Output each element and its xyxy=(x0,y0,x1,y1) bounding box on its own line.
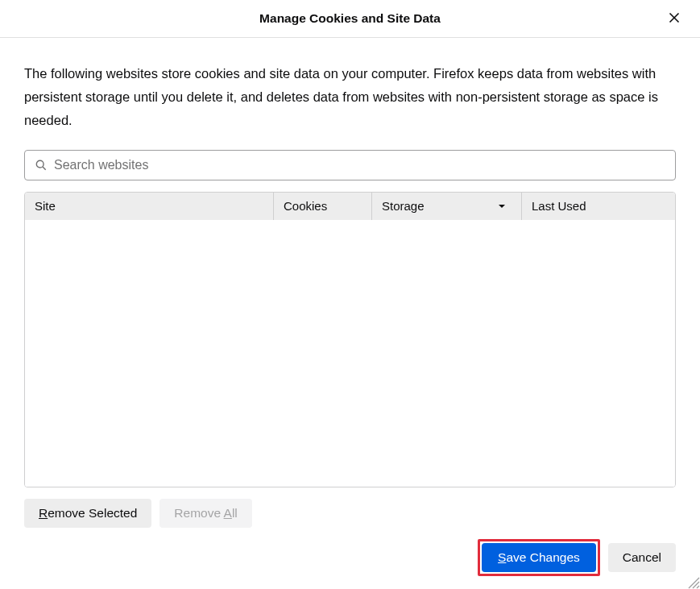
svg-point-2 xyxy=(36,160,43,168)
dialog-description: The following websites store cookies and… xyxy=(24,62,676,132)
save-changes-button[interactable]: Save Changes xyxy=(482,543,596,572)
action-button-row: Remove Selected Remove All xyxy=(24,487,676,528)
manage-cookies-dialog: Manage Cookies and Site Data The followi… xyxy=(0,0,700,589)
column-label: Site xyxy=(35,199,56,213)
column-header-storage[interactable]: Storage xyxy=(371,193,521,220)
table-body[interactable] xyxy=(25,220,675,487)
svg-line-6 xyxy=(697,586,699,588)
dialog-content: The following websites store cookies and… xyxy=(0,38,700,528)
column-header-last-used[interactable]: Last Used xyxy=(521,193,675,220)
cancel-button[interactable]: Cancel xyxy=(608,543,676,572)
svg-line-3 xyxy=(43,167,46,170)
mnemonic-letter: S xyxy=(498,550,506,564)
button-label-tail: ll xyxy=(232,506,238,520)
mnemonic-letter: A xyxy=(224,506,232,520)
dialog-footer: Save Changes Cancel xyxy=(0,528,700,589)
button-label-prefix: R xyxy=(174,506,183,520)
mnemonic-letter: R xyxy=(39,506,48,520)
column-label: Last Used xyxy=(532,199,586,213)
remove-all-button[interactable]: Remove All xyxy=(159,499,251,528)
column-label: Storage xyxy=(382,199,425,213)
remove-selected-button[interactable]: Remove Selected xyxy=(24,499,151,528)
close-icon xyxy=(668,11,681,27)
search-icon xyxy=(35,160,47,171)
button-label-rest: emove xyxy=(184,506,224,520)
search-input[interactable] xyxy=(24,150,676,180)
close-button[interactable] xyxy=(661,6,687,31)
dialog-title: Manage Cookies and Site Data xyxy=(259,11,441,26)
search-container xyxy=(24,150,676,180)
table-header-row: Site Cookies Storage Last Used xyxy=(25,193,675,220)
column-header-cookies[interactable]: Cookies xyxy=(273,193,371,220)
sort-descending-icon xyxy=(497,201,507,211)
column-label: Cookies xyxy=(284,199,327,213)
dialog-header: Manage Cookies and Site Data xyxy=(0,0,700,38)
column-header-site[interactable]: Site xyxy=(25,193,273,220)
button-label-rest: emove Selected xyxy=(48,506,137,520)
save-button-highlight: Save Changes xyxy=(478,539,600,576)
resize-grip[interactable] xyxy=(686,574,700,589)
button-label: Cancel xyxy=(623,550,661,564)
button-label-rest: ave Changes xyxy=(506,550,579,564)
cookies-table: Site Cookies Storage Last Used xyxy=(24,192,676,487)
